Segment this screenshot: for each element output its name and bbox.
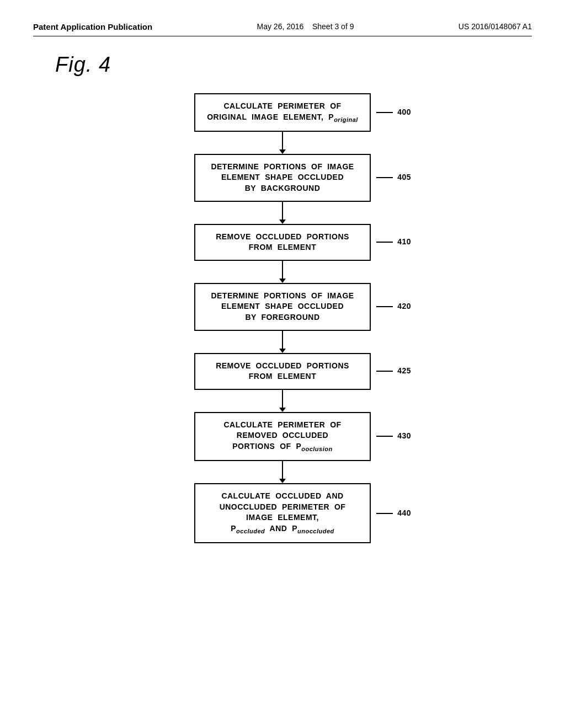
step-425-box: REMOVE OCCLUDED PORTIONS FROM ELEMENT 42… <box>194 353 371 390</box>
arrow-line-5 <box>282 390 283 408</box>
step-430-box: CALCULATE PERIMETER OF REMOVED OCCLUDED … <box>194 412 371 461</box>
header-sheet: Sheet 3 of 9 <box>312 22 354 31</box>
bracket-400 <box>376 112 393 113</box>
header-date-sheet: May 26, 2016 Sheet 3 of 9 <box>257 22 354 31</box>
arrow-6 <box>279 461 286 483</box>
arrow-line-3 <box>282 261 283 279</box>
arrow-head-3 <box>279 279 286 283</box>
step-label-420: 420 <box>397 301 411 312</box>
step-420-wrapper: DETERMINE PORTIONS OF IMAGE ELEMENT SHAP… <box>194 283 371 331</box>
step-400-box: CALCULATE PERIMETER OF ORIGINAL IMAGE EL… <box>194 93 371 132</box>
step-label-430: 430 <box>397 431 411 442</box>
arrow-1 <box>279 132 286 154</box>
arrow-line-6 <box>282 461 283 479</box>
arrow-head-1 <box>279 149 286 154</box>
flowchart: CALCULATE PERIMETER OF ORIGINAL IMAGE EL… <box>33 93 532 543</box>
arrow-head-2 <box>279 220 286 224</box>
bracket-430 <box>376 436 393 437</box>
step-405-box: DETERMINE PORTIONS OF IMAGE ELEMENT SHAP… <box>194 154 371 202</box>
step-label-425: 425 <box>397 366 411 377</box>
step-label-405: 405 <box>397 172 411 183</box>
step-430-wrapper: CALCULATE PERIMETER OF REMOVED OCCLUDED … <box>194 412 371 461</box>
step-425-wrapper: REMOVE OCCLUDED PORTIONS FROM ELEMENT 42… <box>194 353 371 390</box>
arrow-head-5 <box>279 408 286 412</box>
bracket-425 <box>376 371 393 372</box>
step-label-410: 410 <box>397 237 411 248</box>
bracket-440 <box>376 513 393 514</box>
step-label-440: 440 <box>397 508 411 519</box>
arrow-2 <box>279 202 286 224</box>
step-400-wrapper: CALCULATE PERIMETER OF ORIGINAL IMAGE EL… <box>194 93 371 132</box>
arrow-head-6 <box>279 479 286 483</box>
header-date: May 26, 2016 <box>257 22 304 31</box>
figure-title: Fig. 4 <box>55 53 532 77</box>
step-410-box: REMOVE OCCLUDED PORTIONS FROM ELEMENT 41… <box>194 224 371 261</box>
arrow-5 <box>279 390 286 412</box>
bracket-420 <box>376 306 393 307</box>
bracket-410 <box>376 242 393 243</box>
arrow-line-1 <box>282 132 283 149</box>
step-440-wrapper: CALCULATE OCCLUDED AND UNOCCLUDED PERIME… <box>194 483 371 543</box>
arrow-line-4 <box>282 331 283 349</box>
page-header: Patent Application Publication May 26, 2… <box>33 22 532 36</box>
header-publication-label: Patent Application Publication <box>33 22 152 31</box>
step-420-box: DETERMINE PORTIONS OF IMAGE ELEMENT SHAP… <box>194 283 371 331</box>
step-405-wrapper: DETERMINE PORTIONS OF IMAGE ELEMENT SHAP… <box>194 154 371 202</box>
arrow-head-4 <box>279 349 286 353</box>
arrow-4 <box>279 331 286 353</box>
step-410-wrapper: REMOVE OCCLUDED PORTIONS FROM ELEMENT 41… <box>194 224 371 261</box>
step-440-box: CALCULATE OCCLUDED AND UNOCCLUDED PERIME… <box>194 483 371 543</box>
header-patent-number: US 2016/0148067 A1 <box>459 22 532 31</box>
patent-page: Patent Application Publication May 26, 2… <box>0 0 565 728</box>
arrow-line-2 <box>282 202 283 220</box>
step-label-400: 400 <box>397 107 411 118</box>
bracket-405 <box>376 177 393 178</box>
arrow-3 <box>279 261 286 283</box>
